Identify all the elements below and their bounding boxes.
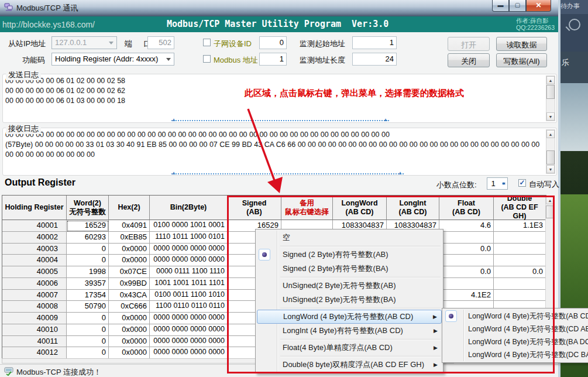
cell-40005-col3[interactable]: 0000 0111 1100 1110: [150, 266, 228, 278]
scrollbar-thumb[interactable]: [546, 205, 554, 218]
header-line1: LongWord: [333, 199, 386, 208]
maximize-button[interactable]: ▢: [509, 0, 526, 12]
cell-40010-col1[interactable]: 0: [67, 324, 109, 336]
cell-40005-col1[interactable]: 1998: [67, 266, 109, 278]
cell-40004-col8[interactable]: [439, 255, 494, 266]
row-label: 40001: [2, 220, 67, 232]
subnet-id-checkbox[interactable]: [203, 39, 211, 46]
send-log-vscrollbar[interactable]: ▲ ▼: [546, 76, 555, 121]
cell-40004-col3[interactable]: 0000 0000 0000 0000: [150, 255, 228, 266]
scroll-down-icon[interactable]: ▼: [546, 112, 555, 121]
cell-40011-col1[interactable]: 0: [67, 336, 109, 348]
submenu-item[interactable]: LongWord (4 Byte)无符号整数(AB CD): [443, 310, 588, 323]
cell-40005-col2[interactable]: 0x07CE: [109, 266, 150, 278]
cell-40008-col3[interactable]: 1100 0110 0110 0110: [150, 301, 228, 313]
cell-40005-col9[interactable]: 0.0: [494, 266, 546, 278]
slider-marker-icon: ▲: [171, 170, 176, 176]
menu-item[interactable]: Signed (2 Byte)有符号整数(AB): [257, 248, 442, 262]
cell-40002-col2[interactable]: 0xEB85: [109, 232, 150, 244]
cell-40003-col8[interactable]: 0.0: [439, 244, 494, 255]
cell-40003-col9[interactable]: [494, 244, 546, 255]
cell-40010-col3[interactable]: 0000 0000 0000 0000: [150, 324, 228, 336]
header-url: http://blockke.ys168.com/: [2, 20, 95, 29]
cell-40007-col9[interactable]: [494, 290, 546, 301]
cell-40002-col8[interactable]: [439, 232, 494, 244]
scrollbar-thumb[interactable]: [546, 85, 555, 99]
cell-40012-col2[interactable]: 0x0000: [109, 347, 150, 359]
cell-40007-col2[interactable]: 0x43CA: [109, 290, 150, 301]
cell-40008-col2[interactable]: 0xC666: [109, 301, 150, 313]
cell-40012-col1[interactable]: 0: [67, 347, 109, 359]
submenu-item[interactable]: LongWord (4 Byte)无符号整数(BA DC): [443, 335, 588, 348]
modbus-addr-checkbox[interactable]: [203, 55, 211, 63]
cell-40006-col1[interactable]: 39357: [67, 278, 109, 290]
cell-40002-col9[interactable]: [494, 232, 546, 244]
recv-log-hslider[interactable]: ▲ ▲: [171, 173, 404, 179]
recv-log-group[interactable]: 00 00 00 00 00 00 00 00 00 00 00 00 00 0…: [2, 128, 557, 176]
cell-40008-col1[interactable]: 50790: [67, 301, 109, 313]
port-input[interactable]: 502: [147, 36, 174, 49]
cell-40009-col2[interactable]: 0x0000: [109, 313, 150, 324]
menu-item[interactable]: Float(4 Byte)单精度浮点(AB CD)▶: [257, 341, 442, 355]
slave-ip-combobox[interactable]: 127.0.0.1: [51, 36, 117, 49]
cell-40001-col2[interactable]: 0x4091: [109, 220, 150, 232]
function-code-combobox[interactable]: Holding Register (Addr: 4xxxx): [51, 53, 174, 66]
cell-40009-col1[interactable]: 0: [67, 313, 109, 324]
close-button[interactable]: ✕: [526, 0, 551, 12]
cell-40007-col8[interactable]: 4.1E2: [439, 290, 494, 301]
write-data-button[interactable]: 写数据(All): [496, 53, 547, 67]
decimal-places-spinner[interactable]: 1: [487, 177, 508, 190]
modbus-addr-input[interactable]: 1: [259, 53, 287, 66]
scroll-up-icon[interactable]: ▲: [546, 196, 554, 204]
submenu-arrow-icon: ▶: [434, 358, 438, 372]
monitor-start-input[interactable]: 1: [352, 36, 397, 49]
cell-40006-col9[interactable]: [494, 278, 546, 290]
menu-item[interactable]: UnSigned(2 Byte)无符号整数(BA): [257, 293, 442, 307]
cell-40001-col3[interactable]: 0100 0000 1001 0001: [150, 220, 228, 232]
auto-write-checkbox[interactable]: ✓: [518, 179, 526, 187]
cell-40002-col3[interactable]: 1110 1011 1000 0101: [150, 232, 228, 244]
cell-40004-col2[interactable]: 0x0000: [109, 255, 150, 266]
cell-40005-col8[interactable]: 0.0: [439, 266, 494, 278]
cell-40001-col1[interactable]: 16529: [67, 220, 109, 232]
menu-item[interactable]: 空: [257, 231, 442, 245]
cell-40006-col8[interactable]: [439, 278, 494, 290]
cell-40002-col1[interactable]: 60293: [67, 232, 109, 244]
menu-item[interactable]: Signed (2 Byte)有符号整数(BA): [257, 262, 442, 276]
cell-40011-col3[interactable]: 0000 0000 0000 0000: [150, 336, 228, 348]
cell-40006-col3[interactable]: 1001 1001 1011 1101: [150, 278, 228, 290]
menu-item[interactable]: Double(8 byte)双精度浮点(AB CD EF GH)▶: [257, 358, 442, 372]
cell-40001-col8[interactable]: 4.6: [439, 220, 494, 232]
cell-40001-col9[interactable]: 1.1E3: [494, 220, 546, 232]
cell-40004-col1[interactable]: 0: [67, 255, 109, 266]
menu-item[interactable]: LongWord (4 Byte)无符号整数(AB CD)▶: [257, 310, 442, 324]
close-conn-button[interactable]: 关闭: [448, 53, 490, 67]
cell-40003-col1[interactable]: 0: [67, 244, 109, 255]
subnet-id-input[interactable]: 0: [259, 36, 287, 49]
cell-40003-col2[interactable]: 0x0000: [109, 244, 150, 255]
cell-40007-col3[interactable]: 0100 0011 1100 1010: [150, 290, 228, 301]
read-data-button[interactable]: 读取数据: [496, 37, 547, 51]
open-button[interactable]: 打开: [448, 37, 490, 51]
submenu-item[interactable]: LongWord (4 Byte)无符号整数(CD AB): [443, 323, 588, 335]
scroll-up-icon[interactable]: ▲: [546, 130, 555, 138]
spinner-down-icon[interactable]: [502, 183, 506, 187]
monitor-length-input[interactable]: 24: [352, 53, 397, 66]
cell-40007-col1[interactable]: 17354: [67, 290, 109, 301]
send-log-hslider[interactable]: ▲ ▲: [171, 120, 389, 126]
scrollbar-thumb[interactable]: [546, 150, 555, 164]
cell-40012-col3[interactable]: 0000 0000 0000 0000: [150, 347, 228, 359]
cell-40004-col9[interactable]: [494, 255, 546, 266]
cell-40010-col2[interactable]: 0x0000: [109, 324, 150, 336]
recv-log-vscrollbar[interactable]: ▲ ▼: [546, 129, 555, 174]
menu-item[interactable]: LongInt (4 Byte)有符号整数(AB CD)▶: [257, 324, 442, 338]
cell-40009-col3[interactable]: 0000 0000 0000 0000: [150, 313, 228, 324]
menu-item[interactable]: UnSigned(2 Byte)无符号整数(AB): [257, 279, 442, 293]
cell-40011-col2[interactable]: 0x0000: [109, 336, 150, 348]
scroll-down-icon[interactable]: ▼: [546, 165, 555, 173]
minimize-button[interactable]: ▬: [492, 0, 509, 12]
submenu-item[interactable]: LongWord (4 Byte)无符号整数(DC BA): [443, 348, 588, 361]
cell-40006-col2[interactable]: 0x99BD: [109, 278, 150, 290]
cell-40003-col3[interactable]: 0000 0000 0000 0000: [150, 244, 228, 255]
scroll-up-icon[interactable]: ▲: [546, 76, 555, 84]
